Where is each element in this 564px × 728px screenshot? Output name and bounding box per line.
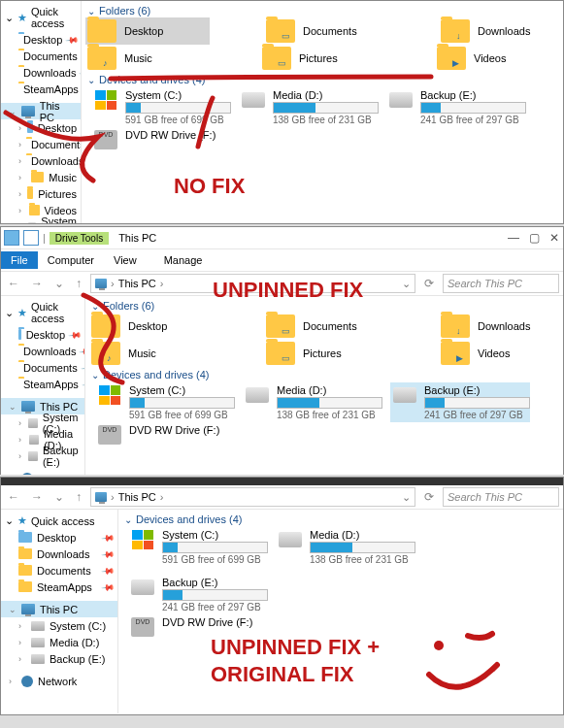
folders-header[interactable]: ⌄Folders (6) [91,300,557,312]
nav-pc-media-d[interactable]: ›Media (D:) [1,634,117,650]
folder-music[interactable]: ♪Music [87,47,204,70]
manage-tab[interactable]: Manage [154,251,213,269]
dvd-drive-icon: DVD [98,425,121,445]
up-button[interactable]: ↑ [73,277,84,290]
drive-system-c[interactable]: System (C:)591 GB free of 699 GB [97,384,233,420]
chevron-down-icon: ⌄ [5,307,14,319]
star-icon: ★ [17,307,27,319]
nav-documents[interactable]: Documents📌 [1,562,117,579]
nav-pane[interactable]: ⌄★Quick access Desktop📌 Downloads📌 Docum… [1,510,118,713]
drives-header[interactable]: ⌄Devices and drives (4) [91,369,557,381]
nav-downloads[interactable]: Downloads📌 [1,546,117,562]
folder-desktop[interactable]: Desktop [91,314,208,338]
qat-button[interactable] [23,230,39,246]
smiley-annotation [410,626,516,704]
refresh-button[interactable]: ⟳ [421,490,437,504]
nav-pc-backup-e[interactable]: ›Backup (E:) [1,650,117,667]
nav-pc-desktop[interactable]: ›Desktop [1,119,81,136]
nav-this-pc[interactable]: ⌄ This PC [1,103,81,119]
drives-header[interactable]: ⌄Devices and drives (4) [87,74,557,85]
folder-videos[interactable]: ▶Videos [437,47,553,70]
quick-access[interactable]: ⌄ ★ Quick access [1,4,81,31]
folder-videos[interactable]: ▶Videos [441,342,557,365]
pc-icon [21,604,35,614]
content-pane[interactable]: ⌄Folders (6) Desktop ▭Documents ↓Downloa… [85,296,563,475]
search-box[interactable]: Search This PC [443,487,559,507]
nav-steamapps[interactable]: SteamApps📌 [1,579,117,595]
nav-pc-system-c[interactable]: ›System (C:) [1,617,117,634]
folder-pictures[interactable]: ▭Pictures [266,342,382,365]
drive-icon [29,435,39,445]
recent-button[interactable]: ⌄ [51,277,67,290]
nav-documents[interactable]: Documents📌 [1,359,84,376]
drives-header[interactable]: ⌄Devices and drives (4) [124,513,557,525]
folders-header[interactable]: ⌄Folders (6) [87,5,557,17]
drive-media-d[interactable]: Media (D:)138 GB free of 231 GB [245,384,381,420]
title-bar[interactable]: | Drive Tools This PC — ▢ ✕ [1,227,563,249]
folder-documents[interactable]: ▭Documents [266,314,382,338]
drive-dvd-f[interactable]: DVDDVD RW Drive (F:) [93,129,229,150]
folder-desktop[interactable]: Desktop [85,17,210,45]
drive-system-c[interactable]: System (C:)591 GB free of 699 GB [130,529,266,565]
usage-bar [273,102,379,114]
nav-pc-downloads[interactable]: ›Downloads [1,152,81,169]
folder-icon: ♪ [91,342,120,365]
file-tab[interactable]: File [1,251,38,269]
view-tab[interactable]: View [104,251,147,269]
folder-downloads[interactable]: ↓Downloads [441,314,557,338]
folder-downloads[interactable]: ↓Downloads [441,19,557,43]
close-button[interactable]: ✕ [549,231,559,245]
window-title: This PC [118,232,156,244]
nav-network[interactable]: ›Network [1,470,84,475]
nav-desktop[interactable]: Desktop📌 [1,529,117,546]
back-button[interactable]: ← [5,277,22,290]
drive-backup-e[interactable]: Backup (E:)241 GB free of 297 GB [390,382,530,422]
nav-network[interactable]: ›Network [1,673,117,689]
folder-music[interactable]: ♪Music [91,342,208,365]
drive-backup-e[interactable]: Backup (E:)241 GB free of 297 GB [130,577,266,612]
nav-steamapps[interactable]: SteamApps📌 [1,376,84,392]
content-pane[interactable]: ⌄Devices and drives (4) System (C:)591 G… [118,510,563,713]
nav-steamapps[interactable]: SteamApps📌 [1,81,81,97]
nav-desktop[interactable]: Desktop📌 [1,326,84,343]
nav-pane[interactable]: ⌄ ★ Quick access Desktop📌 Documents📌 Dow… [1,1,82,223]
nav-downloads[interactable]: Downloads📌 [1,343,84,359]
nav-pc-pictures[interactable]: ›Pictures [1,185,81,202]
folder-documents[interactable]: ▭Documents [266,19,382,43]
drive-media-d[interactable]: Media (D:)138 GB free of 231 GB [278,529,414,565]
drive-system-c[interactable]: System (C:)591 GB free of 699 GB [93,89,229,125]
minimize-button[interactable]: — [508,231,519,245]
nav-pc-system-c[interactable]: ›System (C:) [1,218,81,223]
nav-pc-documents[interactable]: ›Documents [1,136,81,152]
drive-tools-contextual-tab[interactable]: Drive Tools [50,232,109,245]
nav-pane[interactable]: ⌄ ★ Quick access Desktop📌 Downloads📌 Doc… [1,296,85,475]
drive-media-d[interactable]: Media (D:)138 GB free of 231 GB [241,89,377,125]
search-box[interactable]: Search This PC [443,274,559,293]
nav-desktop[interactable]: Desktop📌 [1,31,81,48]
maximize-button[interactable]: ▢ [529,231,540,245]
dropdown-icon[interactable]: ⌄ [402,491,411,504]
back-button[interactable]: ← [5,490,22,504]
folder-icon: ▶ [441,342,470,365]
quick-access[interactable]: ⌄★Quick access [1,513,117,529]
nav-this-pc[interactable]: ⌄This PC [1,601,117,617]
nav-pc-backup-e[interactable]: ›Backup (E:) [1,447,84,464]
drive-dvd-f[interactable]: DVDDVD RW Drive (F:) [130,616,266,638]
quick-access[interactable]: ⌄ ★ Quick access [1,299,84,326]
forward-button[interactable]: → [28,490,46,504]
dropdown-icon[interactable]: ⌄ [402,278,411,290]
nav-documents[interactable]: Documents📌 [1,48,81,64]
drive-backup-e[interactable]: Backup (E:)241 GB free of 297 GB [388,89,524,125]
recent-button[interactable]: ⌄ [51,490,67,504]
computer-tab[interactable]: Computer [38,251,104,269]
drive-dvd-f[interactable]: DVDDVD RW Drive (F:) [97,424,233,446]
nav-pc-music[interactable]: ›Music [1,169,81,185]
address-bar[interactable]: › This PC › ⌄ [90,487,415,507]
forward-button[interactable]: → [28,277,46,290]
folder-pictures[interactable]: ▭Pictures [262,47,379,70]
nav-downloads[interactable]: Downloads📌 [1,64,81,81]
content-pane[interactable]: ⌄Folders (6) Desktop ▭Documents ↓Downloa… [82,1,563,223]
refresh-button[interactable]: ⟳ [421,277,437,290]
address-bar[interactable]: › This PC › ⌄ [90,274,415,293]
up-button[interactable]: ↑ [73,490,84,504]
